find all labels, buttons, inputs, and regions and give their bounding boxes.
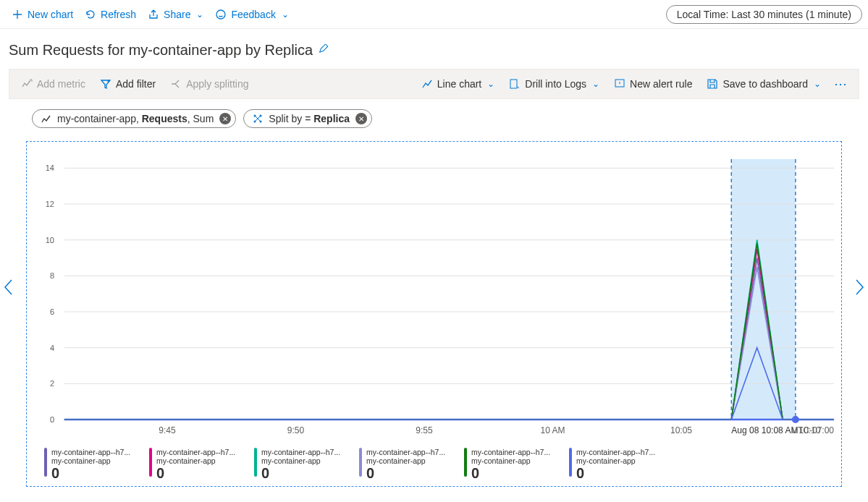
legend-value: 0	[261, 465, 355, 482]
chart-toolbar: Add metric Add filter Apply splitting Li…	[9, 69, 859, 99]
legend-sub: my-container-app	[261, 456, 355, 465]
close-icon[interactable]: ✕	[355, 113, 367, 124]
plot-area[interactable]: 02468101214	[27, 150, 841, 425]
legend-sub: my-container-app	[576, 456, 670, 465]
highlight-time-label: Aug 08 10:08 AM	[731, 425, 798, 435]
legend-value: 0	[576, 465, 670, 482]
legend: my-container-app--h7... my-container-app…	[44, 448, 834, 482]
x-tick: 10:05	[670, 425, 692, 435]
apply-splitting-label: Apply splitting	[186, 78, 248, 90]
legend-item[interactable]: my-container-app--h7... my-container-app…	[359, 448, 464, 482]
legend-sub: my-container-app	[471, 456, 565, 465]
chart-title: Sum Requests for my-container-app by Rep…	[9, 42, 313, 59]
split-label: Split by =	[269, 113, 313, 124]
new-chart-label: New chart	[28, 9, 73, 20]
x-axis: 9:459:509:5510 AM10:0510:10Aug 08 10:08 …	[27, 425, 841, 443]
chevron-down-icon: ⌄	[282, 9, 289, 20]
close-icon[interactable]: ✕	[219, 113, 231, 124]
legend-swatch	[44, 448, 47, 477]
chart-type-label: Line chart	[437, 78, 481, 90]
feedback-label: Feedback	[231, 9, 275, 20]
y-tick: 6	[27, 307, 62, 316]
add-filter-button[interactable]: Add filter	[93, 75, 163, 93]
save-icon	[707, 78, 718, 90]
apply-splitting-button[interactable]: Apply splitting	[163, 75, 256, 93]
legend-swatch	[569, 448, 572, 477]
pill-metric: Requests	[142, 113, 187, 124]
split-icon	[253, 114, 263, 124]
legend-item[interactable]: my-container-app--h7... my-container-app…	[149, 448, 254, 482]
x-tick: 9:45	[159, 425, 175, 435]
split-icon	[170, 78, 182, 90]
legend-name: my-container-app--h7...	[51, 448, 146, 456]
chart-area: 02468101214 9:459:509:5510 AM10:0510:10A…	[9, 141, 859, 487]
alert-icon	[614, 78, 625, 90]
legend-sub: my-container-app	[156, 456, 250, 465]
legend-value: 0	[51, 465, 146, 482]
y-tick: 12	[27, 200, 62, 208]
refresh-button[interactable]: Refresh	[79, 6, 142, 23]
legend-value: 0	[156, 465, 250, 482]
legend-value: 0	[366, 465, 460, 482]
pill-aggregation: Sum	[193, 113, 214, 124]
metric-pills-row: my-container-app, Requests, Sum ✕ Split …	[0, 99, 868, 135]
x-tick: 10 AM	[540, 425, 565, 435]
add-metric-label: Add metric	[37, 78, 85, 90]
pill-namespace: my-container-app	[57, 113, 136, 124]
drill-logs-button[interactable]: Drill into Logs ⌄	[502, 75, 607, 93]
logs-icon	[509, 78, 521, 90]
save-dashboard-button[interactable]: Save to dashboard ⌄	[699, 75, 828, 93]
legend-swatch	[254, 448, 257, 477]
legend-swatch	[464, 448, 467, 477]
y-tick: 8	[27, 271, 62, 280]
plus-icon	[12, 9, 23, 20]
svg-point-0	[216, 10, 225, 19]
y-tick: 4	[27, 344, 62, 352]
split-pill[interactable]: Split by = Replica ✕	[243, 109, 372, 128]
share-icon	[148, 9, 159, 20]
time-range-label: Local Time: Last 30 minutes (1 minute)	[677, 9, 851, 20]
refresh-icon	[85, 9, 96, 20]
filter-icon	[100, 78, 111, 90]
more-button[interactable]: ⋯	[828, 76, 854, 92]
share-label: Share	[164, 9, 190, 20]
pencil-icon[interactable]	[319, 44, 332, 57]
chart-box[interactable]: 02468101214 9:459:509:5510 AM10:0510:10A…	[26, 141, 842, 487]
next-chart-button[interactable]	[851, 278, 868, 296]
top-command-bar: New chart Refresh Share ⌄ Feedback ⌄ Loc…	[0, 0, 868, 29]
new-chart-button[interactable]: New chart	[6, 6, 79, 23]
new-alert-button[interactable]: New alert rule	[607, 75, 699, 93]
add-filter-label: Add filter	[116, 78, 156, 90]
legend-item[interactable]: my-container-app--h7... my-container-app…	[464, 448, 569, 482]
chevron-down-icon: ⌄	[592, 79, 599, 89]
legend-sub: my-container-app	[51, 456, 146, 465]
y-tick: 14	[27, 163, 62, 172]
chevron-down-icon: ⌄	[487, 79, 494, 89]
metric-icon	[41, 114, 51, 124]
legend-item[interactable]: my-container-app--h7... my-container-app…	[569, 448, 674, 482]
y-tick: 2	[27, 379, 62, 388]
add-metric-button[interactable]: Add metric	[14, 75, 93, 93]
chevron-down-icon: ⌄	[814, 79, 821, 89]
legend-swatch	[149, 448, 152, 477]
y-tick: 0	[27, 415, 62, 424]
save-dashboard-label: Save to dashboard	[722, 78, 808, 90]
chevron-down-icon: ⌄	[196, 9, 203, 20]
legend-item[interactable]: my-container-app--h7... my-container-app…	[254, 448, 359, 482]
smiley-icon	[215, 9, 227, 20]
chart-type-button[interactable]: Line chart ⌄	[414, 75, 502, 93]
legend-sub: my-container-app	[366, 456, 460, 465]
feedback-button[interactable]: Feedback ⌄	[209, 6, 294, 23]
metric-pill[interactable]: my-container-app, Requests, Sum ✕	[32, 109, 236, 128]
split-value: Replica	[313, 113, 350, 124]
legend-swatch	[359, 448, 362, 477]
legend-item[interactable]: my-container-app--h7... my-container-app…	[44, 448, 149, 482]
svg-rect-1	[510, 80, 517, 88]
time-range-button[interactable]: Local Time: Last 30 minutes (1 minute)	[666, 5, 862, 24]
share-button[interactable]: Share ⌄	[142, 6, 209, 23]
x-tick: 9:55	[416, 425, 432, 435]
svg-point-19	[792, 416, 799, 423]
prev-chart-button[interactable]	[0, 278, 17, 296]
add-metric-icon	[21, 78, 33, 90]
y-tick: 10	[27, 236, 62, 244]
